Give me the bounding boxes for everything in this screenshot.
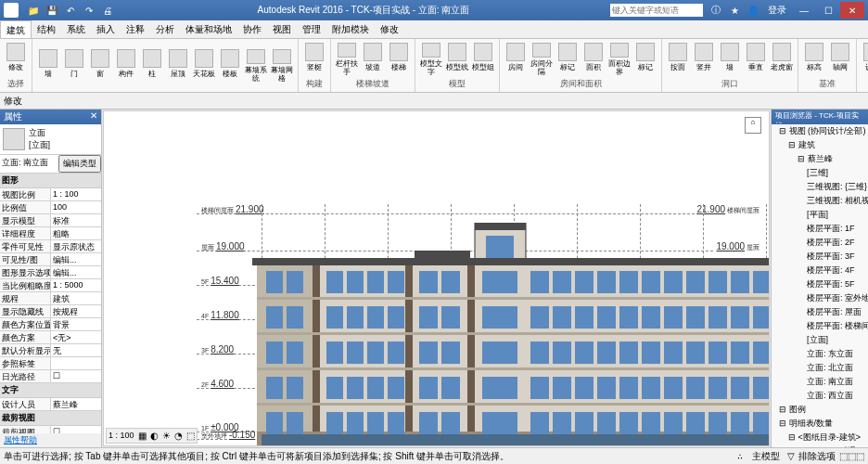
prop-section-header[interactable]: 图形	[0, 174, 101, 188]
ribbon-item-0-0[interactable]: 修改	[4, 43, 28, 76]
star-icon[interactable]: ★	[727, 3, 742, 18]
select-icon-2[interactable]: ⬚	[848, 451, 856, 461]
ribbon-item-4-2[interactable]: 模型组	[471, 43, 495, 76]
prop-row[interactable]: 显示模型标准	[0, 214, 101, 227]
tree-item-18[interactable]: 立面: 南立面	[772, 375, 868, 389]
tree-item-11[interactable]: 楼层平面: 5F	[772, 277, 868, 291]
select-icon-1[interactable]: ⬚	[839, 451, 848, 461]
ribbon-item-3-0[interactable]: 栏杆扶手	[335, 43, 359, 76]
tree-item-12[interactable]: 楼层平面: 室外地	[772, 291, 868, 305]
ribbon-item-5-5[interactable]: 标记	[633, 43, 657, 76]
tab-0[interactable]: 建筑	[0, 20, 32, 38]
prop-row[interactable]: 可见性/图编辑...	[0, 253, 101, 266]
tree-item-19[interactable]: 立面: 西立面	[772, 389, 868, 403]
prop-row[interactable]: 日光路径☐	[0, 370, 101, 383]
browser-header[interactable]: 项目浏览器 - TCK-项目实战	[772, 110, 868, 124]
ribbon-item-7-1[interactable]: 轴网	[828, 43, 852, 76]
prop-row[interactable]: 图形显示选项编辑...	[0, 266, 101, 279]
ribbon-item-5-4[interactable]: 面积边界	[607, 43, 632, 76]
prop-row[interactable]: 颜色方案<无>	[0, 331, 101, 344]
scale-display[interactable]: 1 : 100	[108, 431, 134, 441]
qat-redo-icon[interactable]: ↷	[82, 3, 96, 18]
ribbon-item-6-2[interactable]: 墙	[718, 43, 742, 76]
ribbon-item-6-1[interactable]: 竖井	[692, 43, 716, 76]
ribbon-item-1-6[interactable]: 天花板	[192, 49, 216, 83]
prop-row[interactable]: 零件可见性显示原状态	[0, 240, 101, 253]
prop-row[interactable]: 显示隐藏线按规程	[0, 305, 101, 318]
prop-row[interactable]: 规程建筑	[0, 292, 101, 305]
level-label-left[interactable]: 3F 8.200	[201, 344, 234, 354]
ribbon-item-6-3[interactable]: 垂直	[744, 43, 768, 76]
tree-item-21[interactable]: ⊟ 明细表/数量	[772, 417, 868, 431]
level-label-left[interactable]: 室外地坪 -0.150	[201, 430, 255, 441]
nav-cube[interactable]: ⌂	[745, 117, 761, 134]
shadows-icon[interactable]: ◔	[174, 431, 183, 441]
ribbon-item-6-0[interactable]: 按面	[666, 43, 690, 76]
tree-item-22[interactable]: ⊟ <图纸目录-建筑>	[772, 431, 868, 445]
tree-item-13[interactable]: 楼层平面: 屋面	[772, 305, 868, 319]
tab-10[interactable]: 附加模块	[326, 20, 375, 38]
tab-6[interactable]: 体量和场地	[180, 20, 237, 38]
tab-4[interactable]: 注释	[121, 20, 150, 38]
level-label-left[interactable]: 4F 11.800	[201, 310, 239, 320]
tab-2[interactable]: 系统	[61, 20, 91, 38]
tree-item-7[interactable]: 楼层平面: 1F	[772, 222, 868, 236]
close-icon[interactable]: ✕	[90, 110, 97, 123]
close-button[interactable]: ✕	[840, 2, 864, 19]
tab-1[interactable]: 结构	[32, 20, 61, 38]
ribbon-item-7-0[interactable]: 标高	[802, 43, 826, 76]
prop-row[interactable]: 参照标签	[0, 357, 101, 370]
filter-icon[interactable]: ▽	[787, 451, 795, 461]
qat-save-icon[interactable]: 💾	[45, 3, 59, 18]
prop-section-header[interactable]: 裁剪视图	[0, 411, 101, 426]
qat-print-icon[interactable]: 🖨	[100, 3, 115, 18]
tree-item-8[interactable]: 楼层平面: 2F	[772, 236, 868, 250]
tree-item-14[interactable]: 楼层平面: 楼梯间	[772, 319, 868, 333]
ribbon-item-5-3[interactable]: 面积	[581, 43, 606, 76]
tab-8[interactable]: 视图	[267, 20, 297, 38]
prop-section-header[interactable]: 文字	[0, 383, 101, 398]
tab-11[interactable]: 修改	[375, 20, 404, 38]
tree-item-20[interactable]: ⊟ 图例	[772, 403, 868, 417]
tree-item-15[interactable]: [立面]	[772, 333, 868, 347]
level-label-right[interactable]: 21.900 楼梯间屋面	[696, 204, 760, 215]
filter-label[interactable]: 排除选项	[798, 450, 836, 463]
tree-item-4[interactable]: 三维视图: {三维}	[772, 180, 868, 194]
login-link[interactable]: 登录	[768, 4, 786, 17]
tree-item-3[interactable]: [三维]	[772, 166, 868, 180]
tab-7[interactable]: 协作	[237, 20, 267, 38]
tree-item-5[interactable]: 三维视图: 相机视	[772, 194, 868, 208]
tree-item-2[interactable]: ⊟ 蔡兰峰	[772, 152, 868, 166]
maximize-button[interactable]: ☐	[816, 2, 840, 19]
tab-9[interactable]: 管理	[297, 20, 326, 38]
ribbon-item-1-0[interactable]: 墙	[36, 49, 60, 83]
ribbon-item-1-4[interactable]: 柱	[140, 49, 164, 83]
ribbon-item-2-0[interactable]: 竖梃	[302, 43, 326, 76]
select-icon-3[interactable]: ⬚	[856, 451, 864, 461]
crop-icon[interactable]: ⬚	[186, 431, 195, 441]
prop-row[interactable]: 比例值100	[0, 201, 101, 214]
ribbon-item-1-7[interactable]: 楼板	[218, 49, 242, 83]
tree-item-1[interactable]: ⊟ 建筑	[772, 138, 868, 152]
prop-row[interactable]: 视图比例1 : 100	[0, 188, 101, 201]
edit-type-button[interactable]: 编辑类型	[58, 155, 101, 173]
ribbon-item-5-1[interactable]: 房间分隔	[530, 43, 554, 76]
search-input[interactable]	[610, 4, 703, 17]
model-label[interactable]: 主模型	[752, 450, 780, 463]
tree-item-17[interactable]: 立面: 北立面	[772, 361, 868, 375]
instance-selector[interactable]: 立面: 南立面	[0, 155, 58, 173]
ribbon-item-4-1[interactable]: 模型线	[445, 43, 469, 76]
qat-open-icon[interactable]: 📁	[26, 3, 41, 18]
ribbon-item-6-4[interactable]: 老虎窗	[770, 43, 794, 76]
ribbon-item-5-2[interactable]: 标记	[555, 43, 580, 76]
ribbon-item-1-5[interactable]: 屋顶	[166, 49, 190, 83]
qat-undo-icon[interactable]: ↶	[63, 3, 78, 18]
level-label-left[interactable]: 屋面 19.000	[201, 241, 245, 252]
info-icon[interactable]: ⓘ	[708, 3, 723, 18]
ribbon-item-1-1[interactable]: 门	[62, 49, 86, 83]
ribbon-item-3-1[interactable]: 坡道	[361, 43, 385, 76]
prop-row[interactable]: 颜色方案位置背景	[0, 318, 101, 331]
prop-row[interactable]: 当比例粗略度1 : 5000	[0, 279, 101, 292]
properties-help-link[interactable]: 属性帮助	[0, 433, 101, 447]
minimize-button[interactable]: —	[792, 2, 816, 19]
